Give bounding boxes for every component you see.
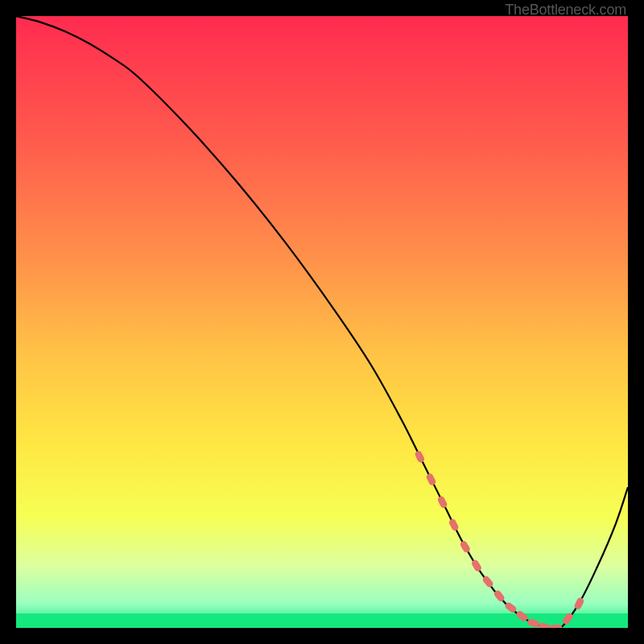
chart-gradient-background <box>16 16 628 628</box>
chart-area <box>16 16 628 628</box>
page-root: TheBottleneck.com <box>0 0 644 644</box>
watermark-text: TheBottleneck.com <box>505 2 626 19</box>
chart-svg <box>16 16 628 628</box>
dotted-marker <box>550 625 562 628</box>
